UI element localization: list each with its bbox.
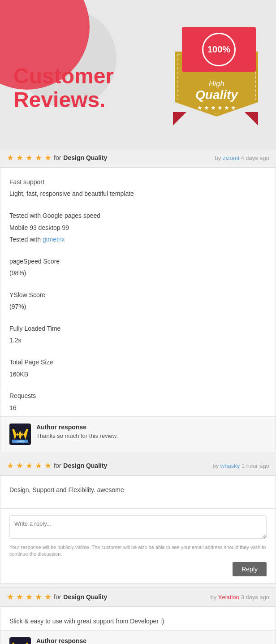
review-section-0: ★★★★★ for Design Quality by zizomi 4 day… bbox=[0, 148, 276, 456]
reviews-container: ★★★★★ for Design Quality by zizomi 4 day… bbox=[0, 148, 276, 644]
review-section-2: ★★★★★ for Design Quality by Xelation 3 d… bbox=[0, 587, 276, 644]
author-response-0: LAYERS Author response Thanks so much fo… bbox=[0, 416, 276, 452]
review-rating-1: ★★★★★ for Design Quality bbox=[7, 461, 107, 471]
for-label: for bbox=[54, 593, 61, 601]
review-author-link-0[interactable]: zizomi bbox=[223, 155, 239, 161]
review-rating-2: ★★★★★ for Design Quality bbox=[7, 592, 107, 602]
author-avatar-0: LAYERS bbox=[9, 424, 31, 445]
svg-text:LAYERS: LAYERS bbox=[16, 440, 25, 443]
review-section-1: ★★★★★ for Design Quality by whasky 1 hou… bbox=[0, 456, 276, 587]
quality-badge: 100% High Quality ★ ★ ★ ★ ★ ★ bbox=[173, 27, 263, 125]
hero-title-line1: Customer bbox=[13, 64, 114, 88]
reply-btn-row-1: Reply bbox=[9, 562, 267, 576]
hero-title-line2: Reviews. bbox=[13, 88, 105, 112]
author-content-0: Author response Thanks so much for this … bbox=[36, 424, 118, 439]
review-meta-1: by whasky 1 hour ago bbox=[213, 462, 269, 469]
review-author-link-2[interactable]: Xelation bbox=[218, 594, 239, 601]
review-category-0: Design Quality bbox=[63, 154, 107, 161]
review-meta-2: by Xelation 3 days ago bbox=[210, 594, 269, 601]
review-text-2: Slick & easy to use with great support f… bbox=[9, 616, 267, 626]
review-card-1: Design, Support and Flexibility. awesome bbox=[0, 475, 276, 508]
reply-note-1: Your response will be publicly visible. … bbox=[9, 544, 267, 558]
author-response-title-2: Author response bbox=[36, 637, 153, 644]
badge-stars: ★ ★ ★ ★ ★ ★ bbox=[197, 104, 236, 111]
badge-ribbon: 100% High Quality ★ ★ ★ ★ ★ ★ bbox=[173, 27, 263, 125]
review-meta-0: by zizomi 4 days ago bbox=[215, 155, 269, 161]
review-author-link-1[interactable]: whasky bbox=[220, 462, 240, 469]
for-label: for bbox=[54, 462, 61, 469]
review-bar-2: ★★★★★ for Design Quality by Xelation 3 d… bbox=[0, 587, 276, 607]
for-label: for bbox=[54, 154, 61, 161]
review-rating-0: ★★★★★ for Design Quality bbox=[7, 153, 107, 163]
badge-percent: 100% bbox=[207, 44, 230, 55]
review-card-0: Fast supportLight, fast, responsive and … bbox=[0, 168, 276, 452]
badge-quality: Quality bbox=[195, 88, 238, 102]
hero-title: Customer Reviews. bbox=[13, 65, 114, 112]
review-category-2: Design Quality bbox=[63, 593, 107, 601]
section-divider-0 bbox=[0, 452, 276, 456]
badge-high: High bbox=[209, 79, 224, 88]
hero-section: Customer Reviews. 100% High Quality ★ ★ bbox=[0, 0, 276, 148]
author-response-title-0: Author response bbox=[36, 424, 118, 431]
review-bar-0: ★★★★★ for Design Quality by zizomi 4 day… bbox=[0, 148, 276, 168]
author-avatar-2: LAYERS bbox=[9, 637, 31, 644]
reply-box-1: Your response will be publicly visible. … bbox=[0, 508, 276, 584]
review-text-1: Design, Support and Flexibility. awesome bbox=[9, 485, 267, 495]
author-content-2: Author response Thank you so much for th… bbox=[36, 637, 153, 644]
review-category-1: Design Quality bbox=[63, 462, 107, 469]
author-response-text-0: Thanks so much for this review. bbox=[36, 432, 118, 439]
reply-textarea-1[interactable] bbox=[9, 515, 267, 539]
review-text-0: Fast supportLight, fast, responsive and … bbox=[9, 177, 267, 413]
gtmetrix-link[interactable]: gtmetrix bbox=[43, 236, 65, 243]
author-response-2: LAYERS Author response Thank you so much… bbox=[0, 630, 276, 644]
review-card-2: Slick & easy to use with great support f… bbox=[0, 607, 276, 644]
reply-button-1[interactable]: Reply bbox=[233, 562, 267, 576]
review-bar-1: ★★★★★ for Design Quality by whasky 1 hou… bbox=[0, 456, 276, 475]
section-divider-1 bbox=[0, 583, 276, 587]
